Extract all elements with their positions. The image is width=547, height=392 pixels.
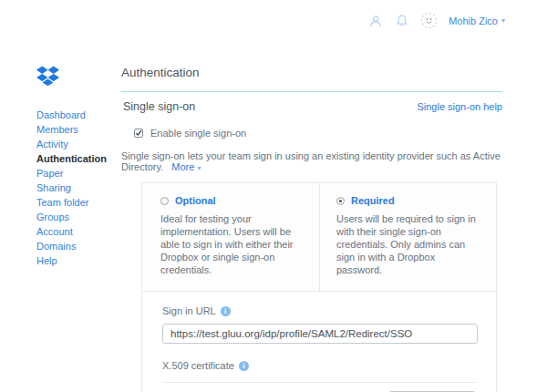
top-header: Mohib Zico ▾ — [0, 0, 547, 41]
sidebar-nav: Dashboard Members Activity Authenticatio… — [36, 108, 121, 268]
optional-description: Ideal for testing your implementation. U… — [160, 212, 304, 276]
sidebar-item-authentication[interactable]: Authentication — [36, 151, 121, 166]
sidebar-item-dashboard[interactable]: Dashboard — [36, 108, 121, 122]
title-divider — [121, 91, 502, 92]
sso-settings-panel: Optional Ideal for testing your implemen… — [141, 182, 497, 392]
certificate-row: Currently using test.gluu.org. Expires o… — [162, 382, 476, 392]
sidebar-item-paper[interactable]: Paper — [36, 166, 121, 181]
required-radio-row[interactable]: Required — [336, 195, 481, 206]
sidebar-item-groups[interactable]: Groups — [36, 210, 121, 224]
checkmark-icon — [135, 129, 142, 137]
info-icon[interactable]: i — [221, 306, 231, 316]
optional-radio[interactable] — [160, 197, 169, 205]
sign-in-url-label: Sign in URL — [162, 305, 216, 316]
main-content: Authentication Single sign-on Single sig… — [121, 41, 502, 392]
sidebar-item-domains[interactable]: Domains — [36, 239, 121, 253]
user-menu[interactable]: Mohib Zico ▾ — [449, 15, 505, 26]
sidebar-item-members[interactable]: Members — [36, 122, 121, 137]
sidebar: Dashboard Members Activity Authenticatio… — [0, 41, 121, 268]
more-link[interactable]: More — [171, 161, 194, 172]
chevron-down-icon: ▾ — [501, 16, 505, 25]
enable-sso-label: Enable single sign-on — [150, 128, 246, 139]
required-description: Users will be required to sign in with t… — [336, 212, 481, 276]
bell-icon[interactable] — [395, 14, 409, 28]
dropbox-logo-icon[interactable] — [36, 66, 59, 87]
required-label: Required — [351, 195, 395, 206]
required-radio[interactable] — [336, 197, 345, 205]
user-avatar[interactable] — [421, 13, 437, 28]
sidebar-item-help[interactable]: Help — [36, 253, 121, 268]
page-title: Authentication — [121, 66, 502, 79]
sidebar-item-sharing[interactable]: Sharing — [36, 181, 121, 195]
optional-radio-row[interactable]: Optional — [160, 195, 304, 206]
sso-heading: Single sign-on — [121, 100, 195, 113]
person-icon[interactable] — [368, 14, 383, 28]
enable-sso-checkbox[interactable] — [134, 129, 143, 138]
sign-in-url-input[interactable] — [162, 324, 478, 344]
sidebar-item-team-folder[interactable]: Team folder — [36, 195, 121, 210]
info-icon[interactable]: i — [239, 361, 249, 371]
sidebar-item-activity[interactable]: Activity — [36, 137, 121, 151]
certificate-label: X.509 certificate — [162, 360, 234, 371]
sso-help-link[interactable]: Single sign-on help — [417, 101, 502, 112]
sidebar-item-account[interactable]: Account — [36, 224, 121, 239]
optional-mode-cell: Optional Ideal for testing your implemen… — [142, 183, 319, 291]
required-mode-cell: Required Users will be required to sign … — [319, 183, 496, 291]
smiley-icon — [423, 15, 435, 26]
chevron-down-icon: ▾ — [197, 164, 201, 172]
user-name: Mohib Zico — [449, 15, 498, 26]
optional-label: Optional — [175, 195, 216, 206]
